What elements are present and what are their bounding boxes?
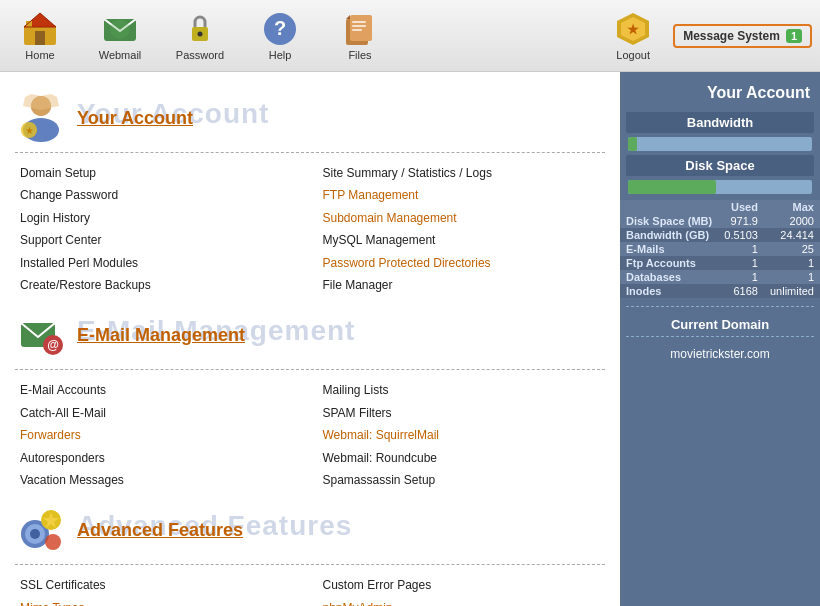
svg-marker-23 — [23, 94, 59, 110]
advanced-title: Advanced Features — [77, 520, 243, 541]
bandwidth-bar-container — [628, 137, 812, 151]
link-domain-setup[interactable]: Domain Setup — [20, 163, 303, 183]
email-icon: @ — [15, 309, 67, 361]
stats-header-max: Max — [764, 200, 820, 214]
stats-row: E-Mails125 — [620, 242, 820, 256]
svg-text:@: @ — [47, 338, 59, 352]
link-squirrelmail[interactable]: Webmail: SquirrelMail — [323, 425, 606, 445]
stats-label: Bandwidth (GB) — [620, 228, 718, 242]
current-domain-value: movietrickster.com — [620, 345, 820, 363]
link-custom-error-pages[interactable]: Custom Error Pages — [323, 575, 606, 595]
link-perl-modules[interactable]: Installed Perl Modules — [20, 253, 303, 273]
stats-row: Disk Space (MB)971.92000 — [620, 214, 820, 228]
stats-label: Databases — [620, 270, 718, 284]
svg-point-34 — [45, 534, 61, 550]
webmail-label: Webmail — [99, 49, 142, 61]
stats-used: 971.9 — [718, 214, 764, 228]
link-subdomain-management[interactable]: Subdomain Management — [323, 208, 606, 228]
advanced-icon — [15, 504, 67, 556]
files-icon — [342, 11, 378, 47]
link-create-restore[interactable]: Create/Restore Backups — [20, 275, 303, 295]
stats-label: Disk Space (MB) — [620, 214, 718, 228]
link-vacation-messages[interactable]: Vacation Messages — [20, 470, 303, 490]
svg-rect-14 — [352, 25, 366, 27]
link-change-password[interactable]: Change Password — [20, 185, 303, 205]
stats-max: 25 — [764, 242, 820, 256]
link-site-summary[interactable]: Site Summary / Statistics / Logs — [323, 163, 606, 183]
link-mime-types[interactable]: Mime Types — [20, 598, 303, 606]
link-roundcube[interactable]: Webmail: Roundcube — [323, 448, 606, 468]
link-password-protected[interactable]: Password Protected Directories — [323, 253, 606, 273]
svg-text:★: ★ — [627, 22, 639, 37]
link-phpmyadmin[interactable]: phpMyAdmin — [323, 598, 606, 606]
main-layout: ★ Your Account Your Account Domain Setup… — [0, 72, 820, 606]
nav-help[interactable]: ? Help — [240, 7, 320, 65]
help-label: Help — [269, 49, 292, 61]
section-advanced-features: Advanced Features Advanced Features — [15, 504, 605, 556]
right-sidebar: Your Account Bandwidth Disk Space Used M… — [620, 72, 820, 606]
stats-max: 1 — [764, 270, 820, 284]
link-autoresponders[interactable]: Autoresponders — [20, 448, 303, 468]
logout-label: Logout — [616, 49, 650, 61]
link-email-accounts[interactable]: E-Mail Accounts — [20, 380, 303, 400]
stats-label: Ftp Accounts — [620, 256, 718, 270]
link-file-manager[interactable]: File Manager — [323, 275, 606, 295]
svg-text:★: ★ — [25, 125, 34, 136]
section-email-management: @ E-Mail Management E-Mail Management — [15, 309, 605, 361]
nav-home[interactable]: Home — [0, 7, 80, 65]
your-account-icon: ★ — [15, 92, 67, 144]
svg-rect-15 — [352, 29, 362, 31]
link-spam-filters[interactable]: SPAM Filters — [323, 403, 606, 423]
link-ssl-certificates[interactable]: SSL Certificates — [20, 575, 303, 595]
link-spamassassin[interactable]: Spamassassin Setup — [323, 470, 606, 490]
stats-used: 0.5103 — [718, 228, 764, 242]
stats-max: 1 — [764, 256, 820, 270]
email-title: E-Mail Management — [77, 325, 245, 346]
top-nav: Home Webmail Password ? Help — [0, 0, 820, 72]
stats-label: E-Mails — [620, 242, 718, 256]
diskspace-bar-container — [628, 180, 812, 194]
svg-text:?: ? — [274, 17, 286, 39]
link-support-center[interactable]: Support Center — [20, 230, 303, 250]
stats-used: 6168 — [718, 284, 764, 298]
svg-point-6 — [110, 19, 130, 39]
diskspace-title: Disk Space — [626, 155, 814, 176]
stats-used: 1 — [718, 242, 764, 256]
link-catch-all[interactable]: Catch-All E-Mail — [20, 403, 303, 423]
logout-icon: ★ — [615, 11, 651, 47]
your-account-title: Your Account — [77, 108, 193, 129]
nav-webmail[interactable]: Webmail — [80, 7, 160, 65]
password-label: Password — [176, 49, 224, 61]
home-label: Home — [25, 49, 54, 61]
link-login-history[interactable]: Login History — [20, 208, 303, 228]
stats-max: 2000 — [764, 214, 820, 228]
advanced-links: SSL Certificates Custom Error Pages Mime… — [20, 575, 605, 606]
message-system[interactable]: Message System 1 — [673, 24, 812, 48]
svg-point-31 — [30, 529, 40, 539]
link-forwarders[interactable]: Forwarders — [20, 425, 303, 445]
nav-password[interactable]: Password — [160, 7, 240, 65]
files-label: Files — [348, 49, 371, 61]
link-ftp-management[interactable]: FTP Management — [323, 185, 606, 205]
sidebar-title: Your Account — [620, 80, 820, 108]
stats-used: 1 — [718, 256, 764, 270]
svg-point-8 — [198, 31, 203, 36]
link-mysql-management[interactable]: MySQL Management — [323, 230, 606, 250]
svg-rect-12 — [350, 15, 372, 41]
nav-files[interactable]: Files — [320, 7, 400, 65]
link-mailing-lists[interactable]: Mailing Lists — [323, 380, 606, 400]
home-icon — [22, 11, 58, 47]
webmail-icon — [102, 11, 138, 47]
diskspace-bar — [628, 180, 716, 194]
stats-row: Inodes6168unlimited — [620, 284, 820, 298]
message-system-label: Message System — [683, 29, 780, 43]
stats-used: 1 — [718, 270, 764, 284]
svg-marker-16 — [346, 15, 350, 19]
nav-logout[interactable]: ★ Logout — [593, 7, 673, 65]
stats-max: unlimited — [764, 284, 820, 298]
stats-row: Ftp Accounts11 — [620, 256, 820, 270]
bandwidth-bar — [628, 137, 637, 151]
help-icon: ? — [262, 11, 298, 47]
message-badge: 1 — [786, 29, 802, 43]
stats-row: Bandwidth (GB)0.510324.414 — [620, 228, 820, 242]
